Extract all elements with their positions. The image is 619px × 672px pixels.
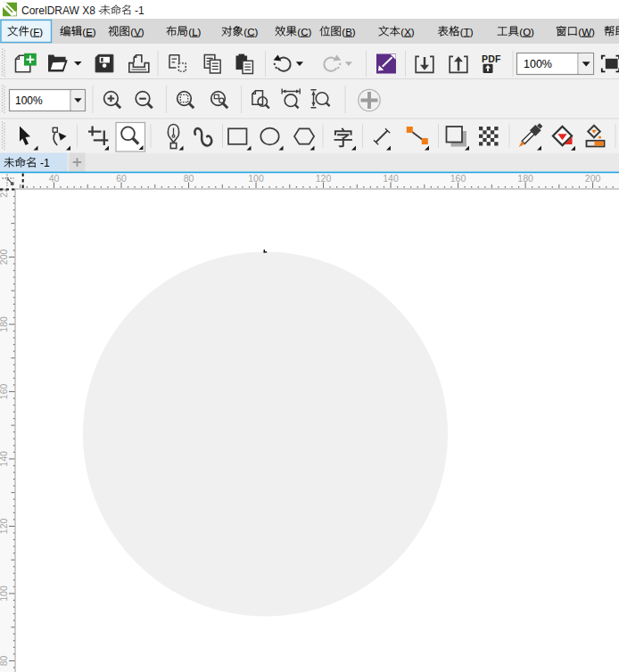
svg-text:120: 120	[316, 173, 332, 184]
svg-text:100: 100	[0, 586, 9, 602]
svg-text:CorelDRAW X8 -: CorelDRAW X8 -	[21, 4, 102, 17]
svg-text:-1: -1	[40, 157, 50, 169]
svg-text:180: 180	[517, 173, 533, 184]
svg-text:200: 200	[0, 249, 9, 265]
svg-text:100%: 100%	[524, 58, 552, 70]
svg-text:100: 100	[248, 173, 264, 184]
svg-text:60: 60	[116, 173, 127, 184]
svg-text:PDF: PDF	[482, 53, 501, 64]
svg-text:(W): (W)	[578, 27, 595, 37]
svg-text:160: 160	[0, 384, 9, 400]
svg-text:(E): (E)	[82, 27, 96, 37]
svg-text:120: 120	[0, 519, 9, 535]
svg-text:-1: -1	[135, 4, 144, 17]
svg-text:(O): (O)	[519, 27, 534, 37]
svg-text:(B): (B)	[342, 27, 356, 37]
svg-text:(V): (V)	[130, 27, 144, 37]
svg-text:(X): (X)	[400, 27, 415, 37]
svg-text:140: 140	[383, 173, 399, 184]
svg-text:180: 180	[0, 316, 9, 332]
svg-text:(C): (C)	[297, 27, 311, 37]
svg-text:40: 40	[49, 173, 60, 184]
svg-text:80: 80	[184, 173, 194, 184]
svg-text:(C): (C)	[243, 27, 258, 37]
svg-text:(F): (F)	[29, 27, 43, 37]
svg-text:80: 80	[0, 655, 9, 666]
svg-text:160: 160	[450, 173, 466, 184]
svg-text:(T): (T)	[460, 27, 474, 37]
svg-text:200: 200	[585, 173, 601, 184]
svg-text:(L): (L)	[188, 27, 201, 37]
svg-text:140: 140	[0, 451, 9, 467]
svg-text:100%: 100%	[15, 94, 43, 107]
